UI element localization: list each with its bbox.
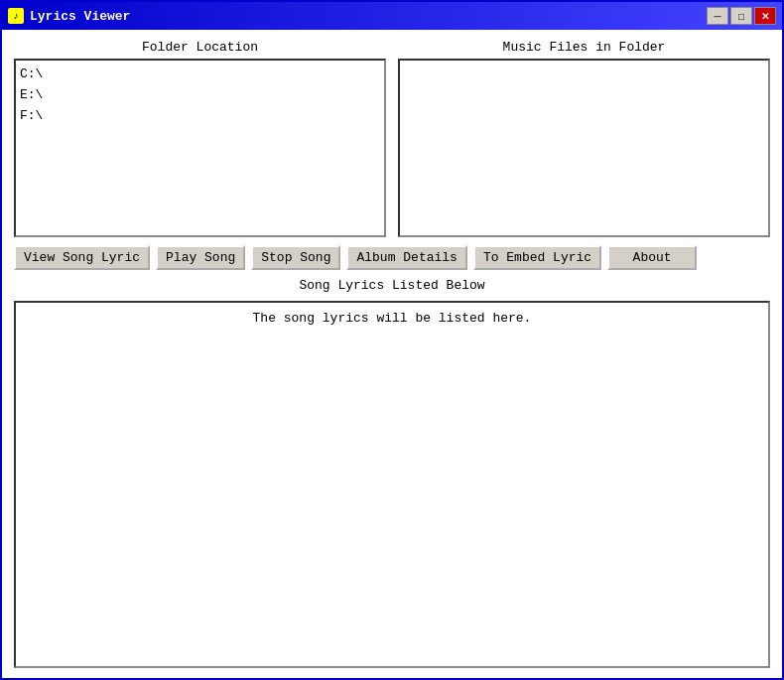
minimize-button[interactable]: ─ — [707, 7, 728, 25]
lyrics-section-label: Song Lyrics Listed Below — [14, 278, 770, 293]
lyrics-placeholder: The song lyrics will be listed here. — [253, 311, 532, 326]
view-lyrics-button[interactable]: View Song Lyric — [14, 245, 150, 270]
stop-song-button[interactable]: Stop Song — [251, 245, 340, 270]
top-section: Folder Location C:\ E:\ F:\ Music Files … — [14, 40, 770, 237]
window-title: Lyrics Viewer — [30, 9, 130, 24]
title-bar-left: ♪ Lyrics Viewer — [8, 8, 130, 24]
maximize-button[interactable]: □ — [730, 7, 752, 25]
play-song-button[interactable]: Play Song — [156, 245, 245, 270]
album-details-button[interactable]: Album Details — [346, 245, 466, 270]
app-icon: ♪ — [8, 8, 24, 24]
window-content: Folder Location C:\ E:\ F:\ Music Files … — [2, 30, 782, 678]
title-bar: ♪ Lyrics Viewer ─ □ ✕ — [2, 2, 782, 30]
folder-panel-label: Folder Location — [14, 40, 386, 55]
about-button[interactable]: About — [607, 245, 697, 270]
folder-panel: Folder Location C:\ E:\ F:\ — [14, 40, 386, 237]
list-item[interactable]: C:\ — [20, 65, 380, 85]
list-item[interactable]: F:\ — [20, 106, 380, 127]
music-panel: Music Files in Folder — [398, 40, 770, 237]
main-window: ♪ Lyrics Viewer ─ □ ✕ Folder Location C:… — [0, 0, 784, 680]
folder-listbox[interactable]: C:\ E:\ F:\ — [14, 59, 386, 237]
music-panel-label: Music Files in Folder — [398, 40, 770, 55]
close-button[interactable]: ✕ — [754, 7, 776, 25]
list-item[interactable]: E:\ — [20, 85, 380, 106]
button-row: View Song Lyric Play Song Stop Song Albu… — [14, 245, 770, 270]
embed-lyrics-button[interactable]: To Embed Lyric — [473, 245, 601, 270]
lyrics-box[interactable]: The song lyrics will be listed here. — [14, 301, 770, 668]
music-listbox[interactable] — [398, 59, 770, 237]
title-buttons: ─ □ ✕ — [707, 7, 776, 25]
